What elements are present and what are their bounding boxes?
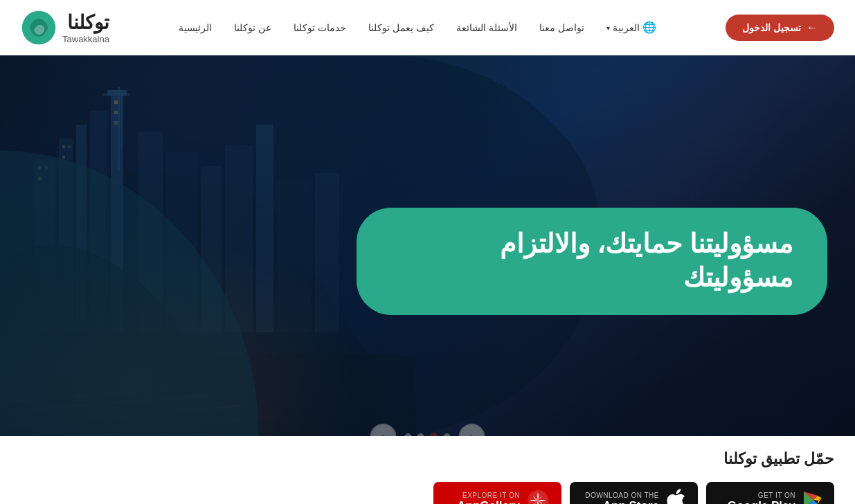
faq-label: الأسئلة الشائعة: [456, 22, 517, 33]
language-selector[interactable]: 🌐 العربية ▾: [606, 21, 656, 34]
nav-item-home[interactable]: الرئيسية: [179, 21, 212, 34]
huawei-icon: [527, 489, 549, 505]
huawei-top-label: EXPLORE IT ON: [462, 492, 520, 499]
nav-item-lang[interactable]: 🌐 العربية ▾: [606, 21, 656, 34]
arrow-icon: ←: [807, 21, 818, 34]
nav-item-how[interactable]: كيف يعمل توكلنا: [368, 21, 434, 34]
lang-label: العربية: [613, 22, 640, 33]
huawei-badge-texts: EXPLORE IT ON AppGallery: [457, 492, 520, 504]
logo[interactable]: توكلنا Tawakkalna: [21, 10, 109, 46]
logo-icon: [21, 10, 57, 46]
googleplay-badge[interactable]: GET IT ON Google Play: [706, 482, 834, 504]
faq-link[interactable]: الأسئلة الشائعة: [456, 22, 517, 33]
services-link[interactable]: خدمات توكلنا: [294, 22, 346, 33]
contact-label: تواصل معنا: [539, 22, 584, 33]
huawei-badge[interactable]: EXPLORE IT ON AppGallery: [433, 482, 561, 504]
googleplay-top-label: GET IT ON: [758, 492, 795, 499]
about-label: عن توكلنا: [234, 22, 271, 33]
nav-links: 🌐 العربية ▾ تواصل معنا الأسئلة الشائعة ك…: [179, 21, 656, 34]
how-label: كيف يعمل توكلنا: [368, 22, 434, 33]
navbar: ← تسجيل الدخول 🌐 العربية ▾ تواصل معنا ال…: [0, 0, 855, 55]
services-label: خدمات توكلنا: [294, 22, 346, 33]
logo-arabic-text: توكلنا: [62, 11, 109, 34]
apple-icon: [666, 489, 685, 504]
nav-item-services[interactable]: خدمات توكلنا: [294, 21, 346, 34]
hero-text-blob: مسؤوليتنا حمايتك، والالتزام مسؤوليتك: [357, 208, 827, 315]
home-label: الرئيسية: [179, 22, 212, 33]
googleplay-badge-texts: GET IT ON Google Play: [728, 492, 795, 504]
nav-item-contact[interactable]: تواصل معنا: [539, 21, 584, 34]
globe-icon: 🌐: [642, 21, 656, 34]
huawei-main-label: AppGallery: [457, 499, 520, 504]
hero-section: مسؤوليتنا حمايتك، والالتزام مسؤوليتك ‹ ›: [0, 55, 855, 436]
chevron-down-icon: ▾: [606, 24, 610, 32]
appstore-badge-texts: Download on the App Store: [585, 492, 659, 504]
login-label: تسجيل الدخول: [742, 22, 801, 33]
contact-link[interactable]: تواصل معنا: [539, 22, 584, 33]
how-link[interactable]: كيف يعمل توكلنا: [368, 22, 434, 33]
hero-headline: مسؤوليتنا حمايتك، والالتزام مسؤوليتك: [391, 227, 793, 296]
appstore-badge[interactable]: Download on the App Store: [570, 482, 698, 504]
nav-item-about[interactable]: عن توكلنا: [234, 21, 271, 34]
logo-latin-text: Tawakkalna: [62, 34, 109, 44]
about-link[interactable]: عن توكلنا: [234, 22, 271, 33]
home-link[interactable]: الرئيسية: [179, 22, 212, 33]
download-title: حمّل تطبيق توكلنا: [21, 450, 834, 468]
logo-text-container: توكلنا Tawakkalna: [62, 11, 109, 44]
appstore-main-label: App Store: [603, 499, 659, 504]
login-button[interactable]: ← تسجيل الدخول: [726, 15, 834, 41]
nav-item-faq[interactable]: الأسئلة الشائعة: [456, 21, 517, 34]
app-badges-container: EXPLORE IT ON AppGallery Download on the…: [21, 482, 834, 504]
google-play-icon: [802, 490, 822, 504]
download-section: حمّل تطبيق توكلنا EXPLORE IT O: [0, 436, 855, 504]
appstore-top-label: Download on the: [585, 492, 659, 499]
googleplay-main-label: Google Play: [728, 499, 795, 504]
